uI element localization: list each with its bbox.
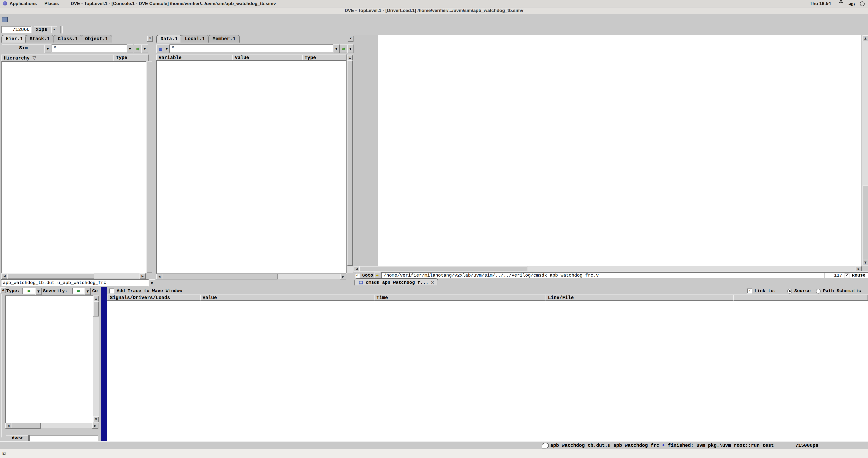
- data-panel: Data.1 Local.1 Member.1 x ▦ ▼ * ▼ ⇄ ▼ Va…: [155, 35, 353, 286]
- log-tab-row: [5, 428, 98, 435]
- reuse-label: Reuse: [852, 273, 866, 278]
- hier-path-combo[interactable]: apb_watchdog_tb.dut.u_apb_watchdog_frc: [1, 279, 150, 286]
- status-bar: apb_watchdog_tb.dut.u_apb_watchdog_frc ●…: [0, 441, 868, 449]
- applications-menu[interactable]: Applications: [9, 0, 37, 7]
- link-path-schematic-radio[interactable]: [816, 289, 821, 293]
- data-vscrollbar[interactable]: ▲: [346, 55, 353, 273]
- scope-selector-combo[interactable]: Sim: [2, 45, 45, 52]
- hierarchy-panel: Hier.1 Stack.1 Class.1 Object.1 x Sim ▼ …: [0, 35, 155, 286]
- hier-filter-input[interactable]: *: [52, 45, 127, 52]
- dve-prompt-button[interactable]: dve>: [6, 435, 29, 442]
- linefile-column-header[interactable]: Line/File: [546, 294, 735, 301]
- close-panel-icon[interactable]: x: [0, 287, 6, 293]
- file-icon: ▤: [359, 280, 363, 285]
- scope-selector-dropdown-icon[interactable]: ▼: [44, 45, 51, 53]
- window-list-icon[interactable]: ⧉: [2, 451, 8, 456]
- hier-vscrollbar[interactable]: [146, 61, 152, 273]
- main-toolbar: 712866 x1ps▼: [0, 24, 868, 35]
- clock[interactable]: Thu 16:54: [810, 0, 831, 7]
- reuse-checkbox[interactable]: ✓: [845, 273, 849, 278]
- hier-sync-dropdown-icon[interactable]: ▼: [142, 45, 148, 53]
- close-panel-icon[interactable]: x: [348, 36, 353, 41]
- log-hscrollbar[interactable]: ◀ ▶: [5, 423, 98, 428]
- type-column-header[interactable]: Type: [114, 55, 149, 61]
- goto-path-field[interactable]: /home/verifier/milanotang/v2xlab/uvm/sim…: [381, 272, 868, 279]
- hier-path-dropdown-icon[interactable]: ▼: [149, 279, 155, 287]
- link-to-label: Link to:: [754, 288, 776, 293]
- log-severity-filter-combo[interactable]: ⇉: [72, 288, 85, 294]
- workspace-switcher[interactable]: [788, 450, 860, 457]
- add-trace-checkbox[interactable]: [110, 288, 115, 293]
- data-sync-icon[interactable]: ⇄: [340, 45, 348, 53]
- tab-stack-1[interactable]: Stack.1: [25, 35, 54, 42]
- power-icon[interactable]: [860, 1, 865, 6]
- log-list: [5, 295, 94, 424]
- source-gutter[interactable]: [353, 35, 377, 266]
- link-to-checkbox[interactable]: ✓: [747, 288, 752, 293]
- window-titlebar[interactable]: DVE - TopLevel.1 - [DriverLoad.1] /home/…: [0, 7, 868, 13]
- log-type-filter-combo[interactable]: ⇉: [23, 288, 35, 294]
- goto-bar: ✓ Goto ➡ /home/verifier/milanotang/v2xla…: [353, 271, 868, 279]
- tab-hier-1[interactable]: Hier.1: [1, 35, 27, 42]
- goto-checkbox[interactable]: ✓: [355, 273, 360, 278]
- hierarchy-column-header[interactable]: Hierarchy ▽: [1, 55, 116, 61]
- link-source-radio[interactable]: [787, 289, 792, 293]
- source-hscrollbar[interactable]: ◀ ▶: [353, 266, 862, 271]
- volume-icon[interactable]: ◀)): [848, 1, 855, 7]
- close-tab-icon[interactable]: x: [431, 280, 434, 285]
- close-panel-icon[interactable]: x: [147, 36, 153, 41]
- driver-load-panel: Add Trace to Wave Window ✓ Link to: Sour…: [107, 287, 868, 441]
- variable-tree: [156, 60, 347, 274]
- log-severity-label-rest: everity:: [45, 288, 67, 293]
- data-filter-mode-icon[interactable]: ▦: [156, 45, 164, 53]
- data-sync-dropdown-icon[interactable]: ▼: [347, 45, 353, 53]
- tab-local-1[interactable]: Local.1: [181, 35, 209, 42]
- time-unit-combo[interactable]: x1ps: [34, 26, 51, 33]
- empty-column-header: [733, 294, 868, 301]
- time-field[interactable]: 712866: [1, 26, 32, 33]
- time-unit-dropdown-icon[interactable]: ▼: [51, 26, 57, 33]
- active-window-title[interactable]: DVE - TopLevel.1 - [Console.1 - DVE Cons…: [71, 0, 276, 7]
- goto-label: Goto: [362, 273, 373, 278]
- signals-column-header[interactable]: Signals/Drivers/Loads: [107, 294, 202, 301]
- hier-sync-icon[interactable]: ⇉: [134, 45, 142, 53]
- menu-bar: [0, 13, 868, 25]
- message-bubble-icon: [542, 443, 549, 449]
- log-panel: x Type: ⇉ ▼ Severity: ⇉ ▼ Co ▲ ▼ ◀ ▶ dve…: [0, 287, 101, 441]
- status-scope: apb_watchdog_tb.dut.u_apb_watchdog_frc: [550, 443, 659, 448]
- goto-line-field[interactable]: 117: [825, 272, 844, 279]
- log-contains-label: Co: [92, 288, 98, 293]
- source-code-view[interactable]: [378, 35, 861, 266]
- data-filter-input[interactable]: *: [169, 45, 334, 52]
- tab-object-1[interactable]: Object.1: [81, 35, 112, 42]
- source-file-tab[interactable]: ▤ cmsdk_apb_watchdog_f... x: [354, 278, 438, 285]
- hier-filter-dropdown-icon[interactable]: ▼: [127, 45, 133, 53]
- data-filter-mode-dropdown-icon[interactable]: ▼: [164, 45, 169, 53]
- value-column-header[interactable]: Value: [200, 294, 376, 301]
- hier-hscrollbar[interactable]: ◀ ▶: [1, 273, 146, 279]
- source-vscrollbar[interactable]: ▲ ▼: [862, 35, 868, 266]
- network-icon[interactable]: [839, 2, 840, 3]
- tab-data-1[interactable]: Data.1: [156, 35, 182, 42]
- status-dot-icon: ●: [662, 443, 665, 448]
- applications-menu-icon: [3, 1, 8, 6]
- window-title: DVE - TopLevel.1 - [DriverLoad.1] /home/…: [345, 8, 523, 13]
- log-type-dropdown-icon[interactable]: ▼: [35, 288, 41, 295]
- source-tab-row: ▤ cmsdk_apb_watchdog_f... x: [353, 278, 868, 286]
- log-type-label-rest: ype:: [9, 288, 20, 293]
- add-trace-label: Add Trace to Wave Window: [117, 288, 182, 293]
- log-severity-dropdown-icon[interactable]: ▼: [85, 288, 91, 295]
- goto-arrow-icon[interactable]: ➡: [374, 273, 380, 279]
- tab-class-1[interactable]: Class.1: [54, 35, 82, 42]
- data-hscrollbar[interactable]: ◀ ▶: [156, 274, 346, 279]
- log-vscrollbar[interactable]: ▲ ▼: [93, 295, 99, 423]
- places-menu[interactable]: Places: [44, 0, 59, 7]
- link-source-label: Source: [795, 288, 811, 293]
- dve-main-window: Applications Places DVE - TopLevel.1 - […: [0, 0, 868, 458]
- dve-prompt-input[interactable]: [29, 435, 98, 441]
- time-column-header[interactable]: Time: [374, 294, 548, 301]
- tab-member-1[interactable]: Member.1: [208, 35, 240, 42]
- hierarchy-tree: [1, 61, 146, 274]
- mdi-child-icon[interactable]: [2, 17, 8, 22]
- data-filter-dropdown-icon[interactable]: ▼: [333, 45, 340, 53]
